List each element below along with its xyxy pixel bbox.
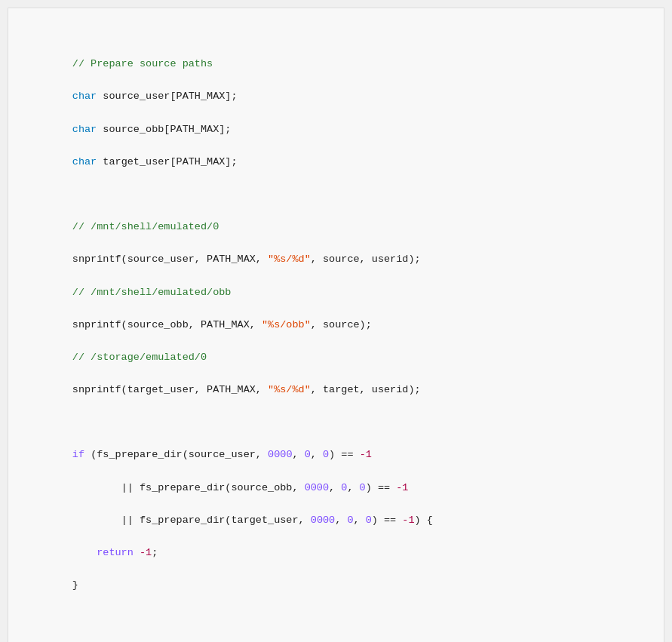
line-9: snprintf(source_obb, PATH_MAX, "%s/obb",… xyxy=(23,317,649,333)
line-17: } xyxy=(23,577,649,594)
line-1: // Prepare source paths xyxy=(23,56,649,72)
line-11: snprintf(target_user, PATH_MAX, "%s/%d",… xyxy=(23,382,649,398)
line-4: char target_user[PATH_MAX]; xyxy=(23,154,649,170)
line-15: || fs_prepare_dir(target_user, 0000, 0, … xyxy=(23,512,649,529)
line-3: char source_obb[PATH_MAX]; xyxy=(23,121,649,138)
line-14: || fs_prepare_dir(source_obb, 0000, 0, 0… xyxy=(23,480,649,496)
code-container: // Prepare source paths char source_user… xyxy=(8,8,664,642)
line-13: if (fs_prepare_dir(source_user, 0000, 0,… xyxy=(23,447,649,463)
line-18 xyxy=(23,610,649,626)
line-12 xyxy=(23,414,649,431)
line-5 xyxy=(23,186,649,203)
line-7: snprintf(source_user, PATH_MAX, "%s/%d",… xyxy=(23,251,649,268)
line-2: char source_user[PATH_MAX]; xyxy=(23,88,649,105)
line-10: // /storage/emulated/0 xyxy=(23,349,649,366)
line-6: // /mnt/shell/emulated/0 xyxy=(23,219,649,235)
code-block: // Prepare source paths char source_user… xyxy=(23,23,649,642)
line-8: // /mnt/shell/emulated/obb xyxy=(23,284,649,301)
line-16: return -1; xyxy=(23,545,649,561)
